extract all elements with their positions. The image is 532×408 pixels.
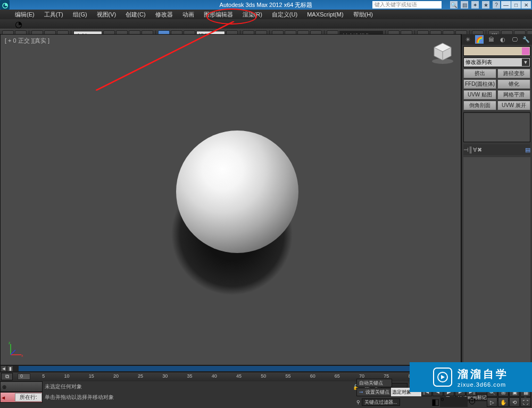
hierarchy-tab-icon[interactable]: 🏛 bbox=[487, 35, 495, 44]
maximize-button[interactable]: □ bbox=[511, 1, 521, 9]
auto-key-button[interactable]: 自动关键点 bbox=[356, 379, 392, 387]
menu-maxscript[interactable]: MAXScript(M) bbox=[307, 11, 343, 18]
watermark-brand: 溜溜自学 bbox=[458, 367, 509, 381]
motion-tab-icon[interactable]: ◐ bbox=[498, 35, 507, 44]
modifier-rollout-area bbox=[463, 157, 530, 365]
modifier-btn-ffdcyl[interactable]: FFD(圆柱体) bbox=[463, 79, 496, 89]
menu-customize[interactable]: 自定义(U) bbox=[272, 11, 297, 19]
object-name-field[interactable] bbox=[463, 46, 530, 56]
time-ticks: 0510 152025 303540 455055 606570 758085 … bbox=[20, 373, 463, 381]
svg-text:x: x bbox=[21, 354, 23, 357]
display-tab-icon[interactable]: 🖵 bbox=[510, 35, 519, 44]
modifier-list-dropdown[interactable]: 修改器列表▼ bbox=[463, 58, 530, 67]
key-filter-icon[interactable]: ⚲ bbox=[356, 399, 360, 405]
menu-tools[interactable]: 工具(T) bbox=[44, 11, 63, 19]
menu-animation[interactable]: 动画 bbox=[182, 11, 194, 19]
time-config-row: ◧ 0 ⏱ bbox=[431, 397, 477, 407]
track-range[interactable] bbox=[19, 366, 463, 371]
maxscript-mini-listener[interactable]: ◄ 所在行: bbox=[0, 392, 43, 403]
modifier-stack[interactable] bbox=[463, 112, 530, 142]
svg-text:z: z bbox=[9, 341, 11, 345]
mini-curve-editor-icon[interactable]: ⧉ bbox=[1, 373, 13, 380]
key-mode-toggle-icon[interactable]: ◧ bbox=[431, 397, 439, 407]
app-menu-icon[interactable]: ◔ bbox=[0, 19, 532, 29]
app-logo-icon: ◔ bbox=[0, 0, 10, 10]
title-bar: ◔ Autodesk 3ds Max 2012 x64 无标题 键入关键字或短语… bbox=[0, 0, 532, 10]
modifier-btn-extrude[interactable]: 挤出 bbox=[463, 69, 496, 78]
watermark-url: zixue.3d66.com bbox=[458, 381, 506, 388]
help-icon[interactable]: ? bbox=[493, 1, 500, 9]
key-mode-toggles: 自动关键点 ⊸设置关键点 bbox=[356, 379, 392, 396]
watermark-overlay: 溜溜自学 zixue.3d66.com bbox=[410, 362, 532, 392]
set-key-button[interactable]: ⊸设置关键点 bbox=[356, 388, 392, 396]
create-tab-icon[interactable]: ✳ bbox=[463, 35, 472, 44]
modify-tab-icon[interactable]: 🌈 bbox=[475, 35, 484, 44]
menu-views[interactable]: 视图(V) bbox=[97, 11, 117, 19]
track-left-icon[interactable]: ◄ bbox=[1, 366, 6, 371]
modifier-btn-uvwunwrap[interactable]: UVW 展开 bbox=[497, 101, 530, 110]
window-title: Autodesk 3ds Max 2012 x64 无标题 bbox=[220, 1, 313, 9]
menu-grapheditors[interactable]: 图形编辑器 bbox=[204, 11, 233, 19]
menu-modifiers[interactable]: 修改器 bbox=[155, 11, 173, 19]
window-controls: — □ ✕ bbox=[501, 1, 531, 9]
infocenter-icons: 🔍 ▤ ✦ ★ ? bbox=[450, 1, 500, 9]
modifier-btn-taper[interactable]: 锥化 bbox=[497, 79, 530, 89]
menu-bar: 编辑(E) 工具(T) 组(G) 视图(V) 创建(C) 修改器 动画 图形编辑… bbox=[0, 10, 532, 19]
track-scrub-icon[interactable]: ▮ bbox=[7, 366, 13, 371]
modifier-btn-meshsmooth[interactable]: 网格平滑 bbox=[497, 90, 530, 100]
menu-edit[interactable]: 编辑(E) bbox=[15, 11, 35, 19]
help-search-input[interactable]: 键入关键字或短语 bbox=[372, 1, 442, 9]
current-frame-input[interactable]: 0 bbox=[440, 397, 468, 407]
subscription-icon[interactable]: ▤ bbox=[461, 1, 468, 9]
time-config-icon[interactable]: ⏱ bbox=[468, 397, 477, 407]
modifier-btn-pathdeform[interactable]: 路径变形 bbox=[497, 69, 530, 78]
command-panel: ✳ 🌈 🏛 ◐ 🖵 🔧 修改器列表▼ 挤出 路径变形 FFD(圆柱体) 锥化 U… bbox=[461, 34, 532, 365]
modifier-btn-bevelprofile[interactable]: 倒角剖面 bbox=[463, 101, 496, 110]
make-unique-icon[interactable]: ∀ bbox=[473, 146, 477, 153]
close-button[interactable]: ✕ bbox=[521, 1, 531, 9]
modifier-btn-uvwmap[interactable]: UVW 贴图 bbox=[463, 90, 496, 100]
remove-modifier-icon[interactable]: ✖ bbox=[477, 146, 482, 153]
menu-group[interactable]: 组(G) bbox=[73, 11, 87, 19]
viewport-label[interactable]: [ + 0 正交 ][真实 ] bbox=[5, 37, 49, 45]
minimize-button[interactable]: — bbox=[501, 1, 511, 9]
viewcube-icon[interactable] bbox=[430, 40, 455, 66]
utilities-tab-icon[interactable]: 🔧 bbox=[522, 35, 530, 44]
command-panel-tabs: ✳ 🌈 🏛 ◐ 🖵 🔧 bbox=[462, 34, 532, 45]
axis-gizmo-icon: z x bbox=[8, 341, 24, 357]
modifier-buttons-grid: 挤出 路径变形 FFD(圆柱体) 锥化 UVW 贴图 网格平滑 倒角剖面 UVW… bbox=[463, 69, 530, 110]
show-end-result-icon[interactable]: ║ bbox=[469, 146, 473, 153]
set-key-small-button[interactable]: ⊕ bbox=[0, 381, 43, 392]
sphere-object[interactable] bbox=[176, 130, 298, 253]
configure-sets-icon[interactable]: ▤ bbox=[525, 146, 530, 153]
exchange-icon[interactable]: ✦ bbox=[471, 1, 479, 9]
watermark-logo-icon bbox=[433, 368, 452, 387]
pin-stack-icon[interactable]: ⊣ bbox=[463, 146, 469, 153]
modifier-stack-tools: ⊣ ║ ∀ ✖ ▤ bbox=[463, 144, 530, 155]
orbit-icon[interactable]: ⟲ bbox=[509, 397, 520, 407]
menu-rendering[interactable]: 渲染(R) bbox=[243, 11, 262, 19]
now-row-button[interactable]: 所在行: bbox=[15, 393, 42, 402]
svg-marker-11 bbox=[441, 375, 445, 379]
pan-icon[interactable]: ✋ bbox=[498, 397, 509, 407]
search-icon[interactable]: 🔍 bbox=[450, 1, 458, 9]
key-filter-row: ⚲ 关键点过滤器... bbox=[356, 398, 400, 406]
fov-icon[interactable]: ▷ bbox=[487, 397, 497, 407]
maximize-viewport-icon[interactable]: ⛶ bbox=[520, 397, 531, 407]
menu-help[interactable]: 帮助(H) bbox=[353, 11, 373, 19]
status-selection-text: 未选定任何对象 bbox=[45, 383, 82, 390]
svg-line-3 bbox=[11, 350, 15, 355]
favorite-icon[interactable]: ★ bbox=[482, 1, 489, 9]
object-color-swatch[interactable] bbox=[522, 47, 529, 55]
menu-create[interactable]: 创建(C) bbox=[126, 11, 145, 19]
viewport[interactable]: [ + 0 正交 ][真实 ] z x bbox=[0, 34, 461, 365]
status-prompt-text: 单击并拖动以选择并移动对象 bbox=[45, 394, 114, 401]
key-mode-buttons: ⊕ ◄ 所在行: bbox=[0, 381, 43, 403]
work-area: [ + 0 正交 ][真实 ] z x ✳ 🌈 🏛 ◐ 🖵 🔧 修改器列表▼ bbox=[0, 34, 532, 365]
key-filters-button[interactable]: 关键点过滤器... bbox=[362, 398, 400, 406]
